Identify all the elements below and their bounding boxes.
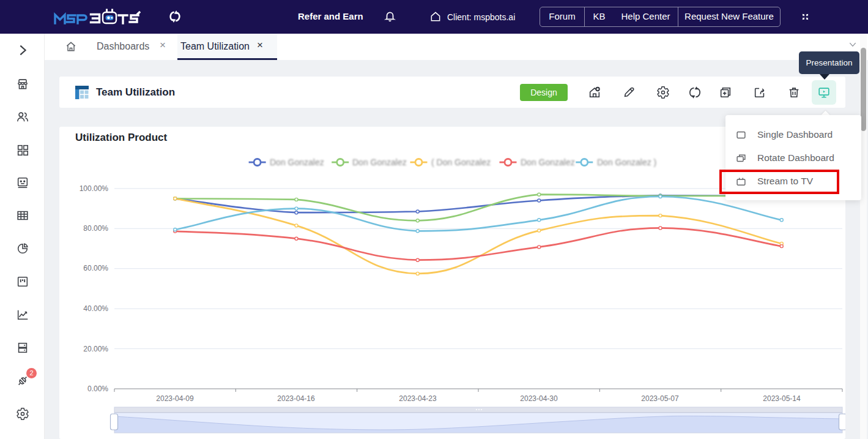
svg-text:80.00%: 80.00%	[83, 224, 108, 233]
svg-text:2023-04-30: 2023-04-30	[520, 394, 558, 403]
svg-text:2023-04-16: 2023-04-16	[277, 394, 315, 403]
svg-text:2023-04-09: 2023-04-09	[156, 394, 194, 403]
svg-text:60.00%: 60.00%	[83, 264, 108, 272]
svg-text:0.00%: 0.00%	[87, 385, 108, 393]
svg-text:100.00%: 100.00%	[80, 184, 109, 193]
svg-text:40.00%: 40.00%	[83, 304, 108, 313]
svg-text:2023-05-14: 2023-05-14	[763, 394, 801, 403]
svg-text:20.00%: 20.00%	[83, 345, 108, 353]
svg-text:2023-05-07: 2023-05-07	[641, 394, 679, 403]
svg-text:2023-04-23: 2023-04-23	[399, 394, 437, 403]
